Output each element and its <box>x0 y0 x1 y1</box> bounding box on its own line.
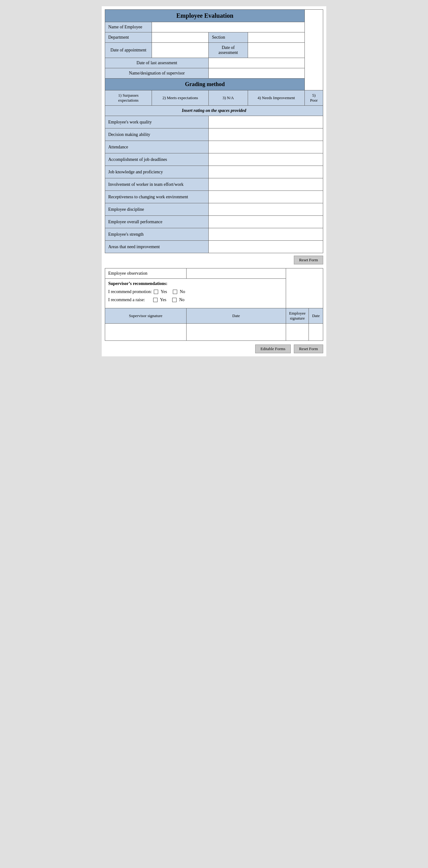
rating-label-9: Employee's strength <box>105 228 209 241</box>
date-appointment-label: Date of appointment <box>105 43 152 58</box>
employee-sig-input[interactable] <box>289 326 306 338</box>
rating-field-5[interactable] <box>212 182 320 187</box>
rating-field-9[interactable] <box>212 232 320 237</box>
observation-label: Employee observation <box>105 269 187 279</box>
raise-yes-checkbox[interactable] <box>153 298 158 302</box>
promotion-no-label: No <box>180 289 185 294</box>
rating-field-8[interactable] <box>212 219 320 224</box>
section-input-cell[interactable] <box>248 32 305 43</box>
promotion-line: I recommend promotion: Yes No <box>108 289 283 294</box>
rating-row-10: Areas that need improvement <box>105 241 323 253</box>
rating-input-2[interactable] <box>209 141 323 153</box>
rating-field-0[interactable] <box>212 120 320 125</box>
rating-row-8: Employee overall performance <box>105 216 323 228</box>
last-assessment-cell[interactable] <box>209 58 305 68</box>
recommendations-cell: Supervisor’s recommendations: I recommen… <box>105 279 286 308</box>
insert-rating-row: Insert rating on the spaces provided <box>105 106 323 116</box>
date2-input[interactable] <box>312 326 320 338</box>
rating-label-6: Receptiveness to changing work environme… <box>105 191 209 203</box>
sig-header-row: Supervisor signature Date Employee signa… <box>105 308 323 323</box>
rating-input-7[interactable] <box>209 203 323 216</box>
main-table: Employee Evaluation Name of Employee Dep… <box>105 9 323 253</box>
observation-row: Employee observation <box>105 269 323 279</box>
supervisor-cell[interactable] <box>209 68 305 79</box>
rating-field-2[interactable] <box>212 145 320 150</box>
rating-row-1: Decision making ability <box>105 128 323 141</box>
rating-field-4[interactable] <box>212 169 320 175</box>
rating-label-2: Attendance <box>105 141 209 153</box>
rating-row-2: Attendance <box>105 141 323 153</box>
rating-input-9[interactable] <box>209 228 323 241</box>
date-appointment-cell[interactable] <box>152 43 208 58</box>
raise-label: I recommend a raise: <box>108 298 145 303</box>
sig-input-row <box>105 323 323 341</box>
date-appointment-input[interactable] <box>155 48 205 53</box>
promotion-yes-checkbox[interactable] <box>154 290 158 294</box>
grade-2: 2) Meets expectations <box>152 90 208 106</box>
rating-input-8[interactable] <box>209 216 323 228</box>
date-assessment-cell[interactable] <box>248 43 305 58</box>
observation-input-cell[interactable] <box>186 269 286 279</box>
section-label: Section <box>209 32 248 43</box>
raise-yes-label: Yes <box>160 298 166 303</box>
recommendations-row: Supervisor’s recommendations: I recommen… <box>105 279 323 308</box>
rating-field-1[interactable] <box>212 132 320 137</box>
dates-row: Date of appointment Date of assessment <box>105 43 323 58</box>
supervisor-row: Name/designation of supervisor <box>105 68 323 79</box>
rating-input-1[interactable] <box>209 128 323 141</box>
grade-4: 4) Needs Improvement <box>248 90 305 106</box>
rating-label-0: Employee's work quality <box>105 116 209 128</box>
rating-label-3: Accomplishment of job deadlines <box>105 153 209 166</box>
supervisor-sig-input[interactable] <box>108 326 183 338</box>
rating-input-3[interactable] <box>209 153 323 166</box>
rating-field-6[interactable] <box>212 194 320 199</box>
insert-rating-text: Insert rating on the spaces provided <box>105 106 323 116</box>
raise-no-checkbox[interactable] <box>172 298 177 302</box>
name-input[interactable] <box>155 25 301 30</box>
date-assessment-input[interactable] <box>251 48 302 53</box>
date-assessment-label: Date of assessment <box>209 43 248 58</box>
rating-row-3: Accomplishment of job deadlines <box>105 153 323 166</box>
rating-field-7[interactable] <box>212 207 320 212</box>
name-input-cell[interactable] <box>152 22 305 32</box>
rating-field-3[interactable] <box>212 157 320 162</box>
rating-input-4[interactable] <box>209 166 323 178</box>
rating-label-10: Areas that need improvement <box>105 241 209 253</box>
grade-1: 1) Surpasses expectations <box>105 90 152 106</box>
rating-label-4: Job knowledge and proficiency <box>105 166 209 178</box>
editable-forms-button[interactable]: Editable Forms <box>255 344 291 353</box>
grading-title-row: Grading method <box>105 79 323 90</box>
department-input-cell[interactable] <box>152 32 208 43</box>
bottom-table: Employee observation Supervisor’s recomm… <box>105 268 323 341</box>
dept-section-row: Department Section <box>105 32 323 43</box>
date1-cell[interactable] <box>186 323 286 341</box>
reset-button[interactable]: Reset Form <box>294 256 323 265</box>
observation-input[interactable] <box>190 271 283 276</box>
supervisor-input[interactable] <box>212 71 301 76</box>
rating-input-10[interactable] <box>209 241 323 253</box>
grading-row: 1) Surpasses expectations 2) Meets expec… <box>105 90 323 106</box>
rating-input-0[interactable] <box>209 116 323 128</box>
promotion-no-checkbox[interactable] <box>173 290 177 294</box>
employee-sig-cell[interactable] <box>286 323 309 341</box>
title-row: Employee Evaluation <box>105 10 323 22</box>
department-input[interactable] <box>155 35 205 40</box>
name-row: Name of Employee <box>105 22 323 32</box>
date2-cell[interactable] <box>309 323 323 341</box>
date1-input[interactable] <box>190 326 283 338</box>
date1-header: Date <box>186 308 286 323</box>
rating-row-4: Job knowledge and proficiency <box>105 166 323 178</box>
rating-input-5[interactable] <box>209 178 323 191</box>
rating-label-7: Employee discipline <box>105 203 209 216</box>
section-input[interactable] <box>251 35 302 40</box>
reset-row: Reset Form <box>105 256 323 265</box>
rating-row-9: Employee's strength <box>105 228 323 241</box>
rating-field-10[interactable] <box>212 244 320 249</box>
supervisor-sig-cell[interactable] <box>105 323 187 341</box>
last-assessment-input[interactable] <box>212 61 301 65</box>
rating-input-6[interactable] <box>209 191 323 203</box>
footer-reset-button[interactable]: Reset Form <box>294 344 323 353</box>
rating-row-7: Employee discipline <box>105 203 323 216</box>
promotion-label: I recommend promotion: <box>108 289 152 294</box>
rating-row-6: Receptiveness to changing work environme… <box>105 191 323 203</box>
